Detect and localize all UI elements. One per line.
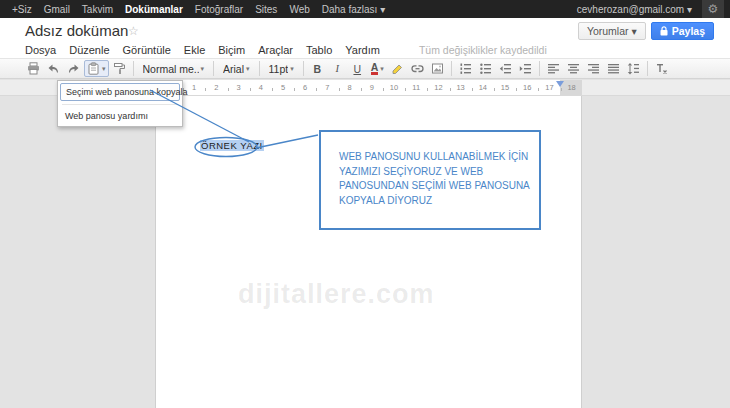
outdent-icon xyxy=(499,62,512,75)
link-icon xyxy=(411,63,424,75)
star-icon[interactable]: ☆ xyxy=(128,24,139,38)
font-value: Arial xyxy=(223,63,244,75)
outdent-button[interactable] xyxy=(496,60,515,77)
menu-yardim[interactable]: Yardım xyxy=(345,44,380,56)
google-bar: +Siz Gmail Takvim Dokümanlar Fotoğraflar… xyxy=(0,0,730,18)
align-center-button[interactable] xyxy=(564,60,583,77)
ruler-number: 10 xyxy=(390,83,398,92)
ruler-tick xyxy=(316,88,317,91)
font-size-dropdown[interactable]: 11pt ▾ xyxy=(264,60,299,77)
ruler-number: 2 xyxy=(214,83,218,92)
ruler-tick xyxy=(339,88,340,91)
ruler-tick xyxy=(250,88,251,91)
ruler-number: 14 xyxy=(479,83,487,92)
ruler-number: 17 xyxy=(545,83,553,92)
clear-formatting-button[interactable] xyxy=(652,60,671,77)
right-indent-marker[interactable] xyxy=(556,81,564,87)
topbar-link-plus-siz[interactable]: +Siz xyxy=(12,4,32,15)
clear-formatting-icon xyxy=(655,62,668,75)
underline-button[interactable]: U xyxy=(348,60,367,77)
menu-separator xyxy=(62,104,178,105)
toolbar-separator xyxy=(259,61,260,76)
ruler-tick xyxy=(516,88,517,91)
insert-link-button[interactable] xyxy=(408,60,427,77)
bullet-list-icon xyxy=(479,62,492,75)
ruler-number: 12 xyxy=(434,83,442,92)
redo-button[interactable] xyxy=(64,60,83,77)
share-button-label: Paylaş xyxy=(672,25,705,37)
ruler-tick xyxy=(272,88,273,91)
document-title[interactable]: Adsız doküman xyxy=(25,22,128,39)
ruler-tick xyxy=(405,88,406,91)
ruler-number: 8 xyxy=(348,83,352,92)
menu-bicim[interactable]: Biçim xyxy=(218,44,245,56)
web-clipboard-button[interactable]: ▾ xyxy=(84,60,109,77)
text-color-button[interactable]: A ▾ xyxy=(368,60,387,77)
menu-goruntule[interactable]: Görüntüle xyxy=(123,44,171,56)
line-spacing-button[interactable] xyxy=(624,60,643,77)
annotation-line: WEB PANOSUNU KULLANABİLMEK İÇİN xyxy=(339,150,531,165)
undo-icon xyxy=(47,62,60,75)
toolbar: ▾ Normal me... ▾ Arial ▾ 11pt ▾ B I U A … xyxy=(0,58,730,79)
topbar-link-gmail[interactable]: Gmail xyxy=(44,4,70,15)
align-justify-button[interactable] xyxy=(604,60,623,77)
toolbar-separator xyxy=(303,61,304,76)
highlight-color-button[interactable] xyxy=(388,60,407,77)
ruler-number: 16 xyxy=(523,83,531,92)
align-right-button[interactable] xyxy=(584,60,603,77)
italic-button[interactable]: I xyxy=(328,60,347,77)
font-dropdown[interactable]: Arial ▾ xyxy=(218,60,255,77)
topbar-link-sites[interactable]: Sites xyxy=(255,4,277,15)
menu-item-web-clipboard-help[interactable]: Web panosu yardımı xyxy=(60,108,180,124)
annotation-text-box[interactable]: WEB PANOSUNU KULLANABİLMEK İÇİN YAZIMIZI… xyxy=(319,130,541,230)
annotation-line: KOPYALA DİYORUZ xyxy=(339,194,531,209)
ruler-number: 6 xyxy=(303,83,307,92)
menu-item-copy-selection-to-web-clipboard[interactable]: Seçimi web panosuna kopyala xyxy=(60,83,180,101)
menu-araclar[interactable]: Araçlar xyxy=(258,44,293,56)
topbar-link-web[interactable]: Web xyxy=(289,4,309,15)
comments-button[interactable]: Yorumlar ▾ xyxy=(578,22,646,40)
menu-dosya[interactable]: Dosya xyxy=(25,44,56,56)
document-header: Adsız doküman ☆ Yorumlar ▾ Paylaş xyxy=(0,18,730,42)
ruler-tick xyxy=(472,88,473,91)
topbar-link-takvim[interactable]: Takvim xyxy=(82,4,113,15)
toolbar-separator xyxy=(133,61,134,76)
insert-image-button[interactable] xyxy=(428,60,447,77)
menu-duzenle[interactable]: Düzenle xyxy=(69,44,109,56)
paint-format-button[interactable] xyxy=(110,60,129,77)
ruler-number: 3 xyxy=(237,83,241,92)
ruler-tick xyxy=(538,88,539,91)
line-spacing-icon xyxy=(627,62,640,75)
share-button[interactable]: Paylaş xyxy=(651,22,714,40)
menubar: Dosya Düzenle Görüntüle Ekle Biçim Araçl… xyxy=(0,42,730,58)
topbar-link-fotograflar[interactable]: Fotoğraflar xyxy=(195,4,243,15)
topbar-link-dokumanlar[interactable]: Dokümanlar xyxy=(125,4,183,15)
undo-button[interactable] xyxy=(44,60,63,77)
annotation-line: PANOSUNDAN SEÇİMİ WEB PANOSUNA xyxy=(339,179,531,194)
toolbar-separator xyxy=(647,61,648,76)
styles-value: Normal me... xyxy=(143,63,199,75)
ruler-tick xyxy=(361,88,362,91)
google-docs-app: +Siz Gmail Takvim Dokümanlar Fotoğraflar… xyxy=(0,0,730,408)
styles-dropdown[interactable]: Normal me... ▾ xyxy=(138,60,210,77)
ruler-tick xyxy=(561,88,562,91)
indent-button[interactable] xyxy=(516,60,535,77)
bullet-list-button[interactable] xyxy=(476,60,495,77)
menu-tablo[interactable]: Tablo xyxy=(306,44,332,56)
document-page[interactable]: ÖRNEK YAZI WEB PANOSUNU KULLANABİLMEK İÇ… xyxy=(155,96,582,408)
topbar-link-daha-fazlasi[interactable]: Daha fazlası ▾ xyxy=(322,4,385,15)
account-menu[interactable]: cevherozan@gmail.com ▾ xyxy=(577,4,692,15)
bold-button[interactable]: B xyxy=(308,60,327,77)
ruler-tick xyxy=(450,88,451,91)
ruler-number: 5 xyxy=(281,83,285,92)
image-icon xyxy=(431,62,444,75)
numbered-list-icon xyxy=(459,62,472,75)
align-left-button[interactable] xyxy=(544,60,563,77)
selected-document-text[interactable]: ÖRNEK YAZI xyxy=(200,140,264,151)
align-justify-icon xyxy=(607,62,620,75)
menu-ekle[interactable]: Ekle xyxy=(184,44,205,56)
numbered-list-button[interactable] xyxy=(456,60,475,77)
indent-icon xyxy=(519,62,532,75)
print-button[interactable] xyxy=(24,60,43,77)
settings-gear-icon[interactable]: ⚙ xyxy=(702,0,724,18)
